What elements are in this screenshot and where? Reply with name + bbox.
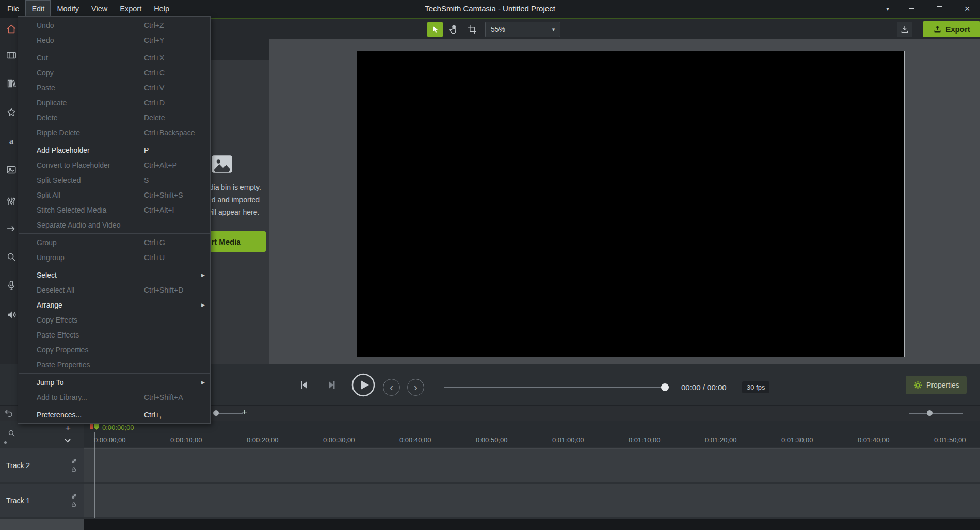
menu-item-add-placeholder[interactable]: Add PlaceholderP bbox=[18, 142, 210, 157]
menu-item-jump-to[interactable]: Jump To▶ bbox=[18, 375, 210, 390]
menu-item-redo[interactable]: RedoCtrl+Y bbox=[18, 33, 210, 47]
timeline-gutter: + Track 2Track 1 bbox=[0, 421, 84, 519]
playhead-marker[interactable] bbox=[94, 423, 99, 430]
timeline-track-track-1[interactable] bbox=[84, 484, 980, 517]
dot-indicator bbox=[4, 441, 7, 444]
menu-item-shortcut: Ctrl+, bbox=[144, 411, 205, 419]
menu-item-group[interactable]: GroupCtrl+G bbox=[18, 235, 210, 250]
add-track-button[interactable]: + bbox=[65, 423, 71, 434]
star-icon[interactable] bbox=[6, 107, 17, 118]
menu-item-select[interactable]: Select▶ bbox=[18, 267, 210, 282]
menu-help[interactable]: Help bbox=[148, 0, 175, 18]
menu-item-copy[interactable]: CopyCtrl+C bbox=[18, 65, 210, 80]
menu-item-label: Paste Effects bbox=[37, 331, 144, 339]
chevron-down-icon[interactable] bbox=[64, 438, 71, 443]
lock-icon[interactable] bbox=[71, 466, 77, 473]
magnifier-icon[interactable] bbox=[7, 429, 16, 438]
menu-item-label: Ungroup bbox=[37, 253, 144, 262]
audio-sliders-icon[interactable] bbox=[6, 196, 17, 207]
menu-item-arrange[interactable]: Arrange▶ bbox=[18, 297, 210, 312]
selection-tool-button[interactable] bbox=[427, 22, 443, 37]
pan-tool-button[interactable] bbox=[446, 22, 461, 37]
filmstrip-icon[interactable] bbox=[6, 50, 17, 61]
menu-item-copy-effects[interactable]: Copy Effects bbox=[18, 312, 210, 327]
minimize-icon bbox=[909, 8, 914, 9]
zoom-dropdown[interactable]: 55% ▾ bbox=[485, 22, 560, 37]
menu-item-delete[interactable]: DeleteDelete bbox=[18, 110, 210, 125]
menu-item-split-all[interactable]: Split AllCtrl+Shift+S bbox=[18, 187, 210, 202]
lock-icon[interactable] bbox=[71, 501, 77, 508]
menu-item-cut[interactable]: CutCtrl+X bbox=[18, 50, 210, 65]
menu-item-shortcut: Delete bbox=[144, 114, 205, 122]
menu-item-shortcut: Ctrl+D bbox=[144, 99, 205, 107]
scrubber-handle[interactable] bbox=[661, 383, 669, 391]
play-button[interactable] bbox=[351, 373, 375, 397]
menu-modify[interactable]: Modify bbox=[51, 0, 85, 18]
speaker-icon[interactable] bbox=[6, 309, 17, 320]
arrow-right-icon[interactable] bbox=[6, 223, 17, 234]
menu-edit[interactable]: Edit bbox=[25, 0, 51, 18]
canvas[interactable] bbox=[357, 51, 905, 357]
minimize-button[interactable] bbox=[898, 0, 925, 18]
download-button[interactable] bbox=[897, 22, 912, 37]
menu-item-shortcut: Ctrl+Alt+P bbox=[144, 161, 205, 169]
menu-item-paste-effects[interactable]: Paste Effects bbox=[18, 327, 210, 342]
menu-separator bbox=[19, 373, 210, 374]
menu-item-duplicate[interactable]: DuplicateCtrl+D bbox=[18, 95, 210, 110]
home-icon[interactable] bbox=[6, 23, 17, 35]
close-button[interactable]: × bbox=[954, 0, 980, 18]
microphone-icon[interactable] bbox=[6, 280, 17, 291]
right-zoom-handle[interactable] bbox=[927, 410, 933, 416]
scrubber-track[interactable] bbox=[444, 387, 669, 388]
track-header-track-1: Track 1 bbox=[0, 484, 84, 517]
menu-item-label: Paste Properties bbox=[37, 361, 144, 369]
previous-frame-button[interactable] bbox=[297, 379, 310, 391]
scrollbar-corner[interactable] bbox=[0, 519, 84, 530]
timeline-zoom-handle[interactable] bbox=[213, 410, 219, 416]
timeline-zoom-slider[interactable] bbox=[216, 413, 243, 414]
menu-item-add-to-library[interactable]: Add to Library...Ctrl+Shift+A bbox=[18, 390, 210, 405]
export-button[interactable]: Export bbox=[923, 21, 980, 37]
menu-view[interactable]: View bbox=[85, 0, 114, 18]
magnifier-icon[interactable] bbox=[6, 251, 17, 263]
menu-export[interactable]: Export bbox=[114, 0, 148, 18]
menu-item-ungroup[interactable]: UngroupCtrl+U bbox=[18, 250, 210, 265]
menu-item-convert-to-placeholder[interactable]: Convert to PlaceholderCtrl+Alt+P bbox=[18, 157, 210, 172]
timeline-ruler[interactable]: 0:00:00;00 0:00:00;000:00:10;000:00:20;0… bbox=[84, 421, 980, 447]
next-clip-button[interactable]: › bbox=[407, 379, 424, 396]
crop-tool-button[interactable] bbox=[464, 22, 480, 37]
library-books-icon[interactable] bbox=[6, 78, 17, 89]
menu-item-ripple-delete[interactable]: Ripple DeleteCtrl+Backspace bbox=[18, 125, 210, 140]
ruler-label: 0:01:20;00 bbox=[705, 436, 736, 444]
link-icon[interactable] bbox=[71, 493, 77, 500]
picture-icon[interactable] bbox=[6, 164, 17, 175]
menu-item-undo[interactable]: UndoCtrl+Z bbox=[18, 18, 210, 33]
step-forward-button[interactable] bbox=[326, 379, 339, 391]
link-icon[interactable] bbox=[71, 458, 77, 464]
menu-item-split-selected[interactable]: Split SelectedS bbox=[18, 172, 210, 187]
zoom-in-button[interactable]: + bbox=[242, 407, 247, 418]
letter-a-icon[interactable]: a bbox=[6, 136, 17, 147]
properties-button[interactable]: Properties bbox=[906, 376, 967, 394]
menu-item-deselect-all[interactable]: Deselect AllCtrl+Shift+D bbox=[18, 282, 210, 297]
window-controls: ▾ × bbox=[877, 0, 980, 18]
menu-item-separate-audio-and-video[interactable]: Separate Audio and Video bbox=[18, 217, 210, 232]
menu-item-label: Copy Properties bbox=[37, 346, 144, 354]
menu-item-stitch-selected-media[interactable]: Stitch Selected MediaCtrl+Alt+I bbox=[18, 202, 210, 217]
right-zoom-slider[interactable] bbox=[909, 413, 963, 414]
menu-item-paste[interactable]: PasteCtrl+V bbox=[18, 80, 210, 95]
maximize-button[interactable] bbox=[925, 0, 954, 18]
menu-item-copy-properties[interactable]: Copy Properties bbox=[18, 342, 210, 357]
export-icon bbox=[933, 25, 942, 34]
menu-item-label: Delete bbox=[37, 114, 144, 122]
chevron-down-icon[interactable]: ▾ bbox=[877, 0, 898, 18]
menu-file[interactable]: File bbox=[1, 0, 25, 18]
menu-item-preferences[interactable]: Preferences...Ctrl+, bbox=[18, 407, 210, 422]
menu-item-shortcut: Ctrl+G bbox=[144, 238, 205, 247]
ruler-label: 0:00:10;00 bbox=[170, 436, 202, 444]
undo-icon[interactable] bbox=[4, 409, 13, 418]
timeline-track-track-2[interactable] bbox=[84, 448, 980, 482]
in-point-marker[interactable] bbox=[90, 424, 93, 429]
previous-clip-button[interactable]: ‹ bbox=[383, 379, 400, 396]
menu-item-paste-properties[interactable]: Paste Properties bbox=[18, 357, 210, 372]
